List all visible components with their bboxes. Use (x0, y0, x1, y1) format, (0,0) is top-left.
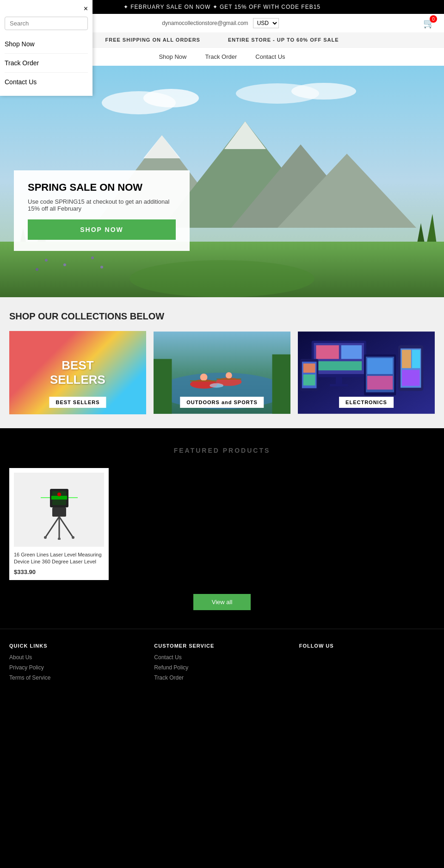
footer-link-terms[interactable]: Terms of Service (9, 674, 145, 681)
svg-point-22 (130, 260, 314, 297)
svg-rect-26 (272, 355, 290, 414)
collections-section: SHOP OUR COLLECTIONS BELOW BESTSELLERS B… (0, 297, 444, 428)
best-sellers-text: BESTSELLERS (50, 358, 105, 387)
svg-rect-49 (402, 350, 411, 368)
svg-rect-25 (154, 359, 172, 413)
view-all-button[interactable]: View all (193, 594, 251, 610)
currency-selector[interactable]: USD EUR GBP (253, 18, 279, 28)
featured-section: FEATURED PRODUCTS (0, 428, 444, 629)
svg-point-19 (36, 268, 38, 271)
svg-rect-51 (402, 370, 419, 386)
top-bar-center: dynamocollectionstore@gmail.com USD EUR … (162, 18, 278, 28)
outdoors-label: OUTDOORS and SPORTS (180, 397, 264, 408)
hero-subtitle: Use code SPRING15 at checkout to get an … (28, 198, 176, 212)
svg-rect-50 (412, 350, 420, 368)
laser-level-svg (36, 480, 82, 540)
product-price: $333.90 (14, 568, 104, 575)
shipping-item-1: FREE SHIPPING ON ALL ORDERS (105, 37, 200, 43)
shipping-item-2: ENTIRE STORE - UP TO 60% OFF SALE (228, 37, 339, 43)
drawer-close-button[interactable]: × (5, 5, 88, 13)
svg-point-21 (100, 266, 103, 269)
collection-card-outdoors[interactable]: OUTDOORS and SPORTS (154, 331, 290, 414)
svg-point-31 (226, 372, 232, 379)
svg-point-2 (143, 89, 199, 107)
svg-rect-38 (316, 345, 339, 359)
hero-background: SPRING SALE ON NOW Use code SPRING15 at … (0, 66, 444, 297)
svg-rect-45 (303, 363, 315, 373)
hero-overlay: SPRING SALE ON NOW Use code SPRING15 at … (14, 170, 190, 251)
svg-rect-60 (52, 507, 66, 517)
hero-title: SPRING SALE ON NOW (28, 181, 176, 194)
svg-rect-54 (367, 358, 393, 374)
footer-follow-title: FOLLOW US (299, 643, 435, 649)
svg-point-18 (63, 263, 66, 266)
drawer-shop-now[interactable]: Shop Now (5, 35, 88, 54)
footer-col-quick-links: QUICK LINKS About Us Privacy Policy Term… (9, 643, 145, 685)
footer-link-privacy[interactable]: Privacy Policy (9, 664, 145, 671)
svg-point-65 (58, 537, 61, 540)
announcement-text: ✦ FEBRUARY SALE ON NOW ✦ GET 15% OFF WIT… (123, 4, 321, 10)
svg-point-4 (291, 83, 356, 100)
collections-grid: BESTSELLERS BEST SELLERS (9, 331, 435, 414)
product-name: 16 Green Lines Laser Level Measuring Dev… (14, 551, 104, 566)
svg-line-61 (45, 517, 59, 537)
svg-rect-41 (336, 377, 342, 384)
svg-point-17 (45, 259, 48, 262)
svg-rect-40 (316, 361, 362, 370)
footer-customer-service-title: CUSTOMER SERVICE (154, 643, 290, 649)
footer-link-contact[interactable]: Contact Us (154, 654, 290, 661)
nav-track-order[interactable]: Track Order (205, 53, 237, 60)
cart-badge: 0 (430, 15, 437, 23)
svg-point-20 (91, 256, 94, 259)
footer-col-follow: FOLLOW US (299, 643, 435, 685)
svg-point-64 (44, 536, 47, 539)
collections-title: SHOP OUR COLLECTIONS BELOW (9, 311, 435, 322)
footer-quick-links-title: QUICK LINKS (9, 643, 145, 649)
drawer-track-order[interactable]: Track Order (5, 54, 88, 73)
view-all-container: View all (9, 594, 435, 610)
footer-col-customer-service: CUSTOMER SERVICE Contact Us Refund Polic… (154, 643, 290, 685)
svg-point-66 (72, 536, 74, 539)
collection-card-electronics[interactable]: ELECTRONICS (298, 331, 435, 414)
nav-contact-us[interactable]: Contact Us (255, 53, 285, 60)
footer-link-about[interactable]: About Us (9, 654, 145, 661)
svg-rect-55 (367, 376, 393, 390)
navigation-drawer: × Shop Now Track Order Contact Us (0, 0, 92, 96)
hero-shop-now-button[interactable]: SHOP NOW (28, 219, 176, 240)
svg-point-59 (57, 493, 61, 496)
collection-card-best-sellers[interactable]: BESTSELLERS BEST SELLERS (9, 331, 146, 414)
electronics-label: ELECTRONICS (339, 397, 394, 408)
drawer-contact-us[interactable]: Contact Us (5, 73, 88, 91)
top-bar-right: 🛒 0 (423, 18, 435, 29)
page-wrapper: × Shop Now Track Order Contact Us ✦ FEBR… (0, 0, 444, 699)
footer-link-refund[interactable]: Refund Policy (154, 664, 290, 671)
svg-rect-39 (341, 345, 362, 359)
search-input[interactable] (5, 17, 88, 30)
svg-line-63 (59, 517, 73, 537)
hero-section: SPRING SALE ON NOW Use code SPRING15 at … (0, 66, 444, 297)
best-sellers-label: BEST SELLERS (49, 397, 106, 408)
product-card[interactable]: 16 Green Lines Laser Level Measuring Dev… (9, 468, 109, 580)
footer-link-track[interactable]: Track Order (154, 674, 290, 681)
svg-rect-58 (51, 496, 67, 500)
store-email: dynamocollectionstore@gmail.com (162, 20, 248, 26)
svg-rect-42 (330, 384, 348, 387)
products-grid: 16 Green Lines Laser Level Measuring Dev… (9, 468, 435, 580)
svg-rect-46 (303, 375, 315, 386)
svg-point-28 (200, 374, 208, 381)
svg-point-33 (210, 383, 223, 388)
footer: QUICK LINKS About Us Privacy Policy Term… (0, 629, 444, 699)
product-image (14, 473, 104, 547)
featured-title: FEATURED PRODUCTS (9, 447, 435, 454)
cart-icon[interactable]: 🛒 0 (423, 18, 435, 29)
nav-shop-now[interactable]: Shop Now (159, 53, 186, 60)
